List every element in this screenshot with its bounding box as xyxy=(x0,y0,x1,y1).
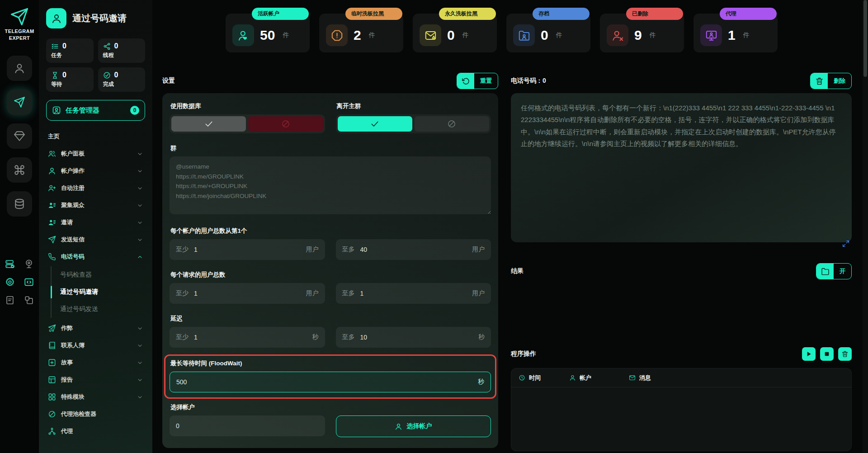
card-active-accounts: 活跃帐户 50件 xyxy=(226,14,310,52)
sidebar-item-account-actions[interactable]: 帐户操作 xyxy=(46,162,145,179)
sidebar-item-reports[interactable]: 报告 xyxy=(46,371,145,388)
delay-max-input[interactable]: 至多 秒 xyxy=(336,327,491,348)
phone-list-textarea[interactable] xyxy=(511,93,852,242)
per-account-max-field[interactable] xyxy=(360,246,468,253)
delay-max-field[interactable] xyxy=(360,334,474,341)
note-icon[interactable] xyxy=(5,295,15,305)
rail-sender-button[interactable] xyxy=(7,90,32,115)
sidebar-item-auto-register[interactable]: 自动注册 xyxy=(46,179,145,197)
ban-icon xyxy=(447,119,456,128)
clock-icon xyxy=(519,374,525,381)
result-label: 结果 xyxy=(511,267,524,275)
send-plus-icon xyxy=(48,324,56,332)
rail-premium-button[interactable] xyxy=(7,123,32,149)
app-root: TELEGRAMEXPERT 通过号码邀请 0 任务 xyxy=(0,0,868,453)
sidebar-subitem-invite-by-number[interactable]: 通过号码邀请 xyxy=(52,283,145,301)
sidebar-item-special-modules[interactable]: 特殊模块 xyxy=(46,388,145,406)
leave-group-no-option[interactable] xyxy=(415,116,489,132)
leave-group-yes-option[interactable] xyxy=(338,116,412,132)
phones-column: 电话号码：0 删除 结果 开 xyxy=(511,72,852,451)
chevron-down-icon xyxy=(137,236,143,243)
use-db-no-option[interactable] xyxy=(248,116,323,132)
column-time: 时间 xyxy=(519,374,569,382)
sidebar-item-stories[interactable]: 故事 xyxy=(46,354,145,371)
sidebar-subitem-number-checker[interactable]: 号码检查器 xyxy=(52,266,145,283)
sidebar-item-home[interactable]: 主页 xyxy=(46,128,145,145)
chevron-down-icon xyxy=(137,325,143,332)
user-list-icon xyxy=(48,201,56,209)
card-temp-blacklist: 临时洗板拉黑 2件 xyxy=(319,14,403,52)
counter-waiting: 0 等待 xyxy=(46,67,94,92)
user-heart-icon xyxy=(232,24,254,46)
user-cam-icon[interactable] xyxy=(24,259,34,269)
delete-button[interactable]: 删除 xyxy=(810,73,852,89)
chevron-down-icon xyxy=(137,202,143,209)
group-links-textarea[interactable] xyxy=(170,156,491,214)
scrollbar-thumb[interactable] xyxy=(863,0,867,77)
expand-icon[interactable] xyxy=(842,240,850,248)
command-icon xyxy=(14,164,25,176)
mail-alert-icon xyxy=(420,24,441,46)
layout-icon xyxy=(48,376,56,384)
per-account-label: 每个帐户的用户总数从第1个 xyxy=(170,227,490,235)
sidebar-item-phone-numbers[interactable]: 电话号码 xyxy=(46,248,145,265)
nodes-icon xyxy=(48,427,56,435)
sidebar-item-invite[interactable]: 邀请 xyxy=(46,214,145,231)
per-account-min-input[interactable]: 至少 用户 xyxy=(170,239,325,260)
card-proxy: 代理 1件 xyxy=(693,14,778,52)
per-request-max-field[interactable] xyxy=(360,290,468,297)
sidebar-subitem-send-by-number[interactable]: 通过号码发送 xyxy=(52,301,145,318)
per-account-max-input[interactable]: 至多 用户 xyxy=(336,239,491,260)
sidebar-item-boosting[interactable]: 作弊 xyxy=(46,320,145,337)
clear-log-button[interactable] xyxy=(838,347,852,361)
page-title: 通过号码邀请 xyxy=(72,12,127,24)
column-message: 消息 xyxy=(629,374,844,382)
user-list-icon xyxy=(48,218,56,226)
leave-group-label: 离开主群 xyxy=(337,102,491,110)
threads-icon xyxy=(103,42,111,50)
leave-group-toggle xyxy=(336,114,491,133)
use-db-yes-option[interactable] xyxy=(171,116,246,132)
telegram-plane-icon xyxy=(10,7,29,26)
restore-icon[interactable] xyxy=(24,295,34,305)
user-icon xyxy=(14,62,25,74)
sidebar-item-contact-book[interactable]: 联系人簿 xyxy=(46,337,145,354)
per-request-max-input[interactable]: 至多 用户 xyxy=(336,283,491,304)
select-account-button[interactable]: 选择帐户 xyxy=(336,415,491,437)
selected-count-input[interactable] xyxy=(170,415,325,436)
delay-min-input[interactable]: 至少 秒 xyxy=(170,327,325,348)
code-window-icon[interactable] xyxy=(24,277,34,287)
server-check-icon[interactable] xyxy=(5,259,15,269)
selected-count-field[interactable] xyxy=(176,422,319,429)
floodwait-field[interactable] xyxy=(176,378,473,386)
per-account-min-field[interactable] xyxy=(194,246,302,253)
open-file-button[interactable]: 开 xyxy=(816,263,852,279)
counter-tasks: 0 任务 xyxy=(46,38,94,63)
counters-grid: 0 任务 0 线程 0 等待 0 完成 xyxy=(46,38,145,92)
reset-button[interactable]: 重置 xyxy=(457,73,498,89)
per-request-min-input[interactable]: 至少 用户 xyxy=(170,283,325,304)
sidebar-item-proxy[interactable]: 代理 xyxy=(46,423,145,440)
floodwait-input[interactable]: 秒 xyxy=(170,372,491,392)
rail-accounts-button[interactable] xyxy=(7,56,32,81)
sidebar-item-proxy-pool-checker[interactable]: 代理池检查器 xyxy=(46,406,145,423)
start-button[interactable] xyxy=(802,347,816,361)
floodwait-label: 最长等待时间 (FloodWait) xyxy=(170,359,490,368)
stop-button[interactable] xyxy=(820,347,834,361)
per-request-min-field[interactable] xyxy=(194,290,302,297)
rail-tools-button[interactable] xyxy=(7,157,32,183)
phone-submenu: 号码检查器 通过号码邀请 通过号码发送 xyxy=(51,266,145,318)
mail-icon xyxy=(629,374,636,381)
rotate-ccw-icon xyxy=(457,73,474,89)
use-db-label: 使用数据库 xyxy=(170,102,324,110)
delay-min-field[interactable] xyxy=(194,334,308,341)
rail-database-button[interactable] xyxy=(7,191,32,217)
chevron-down-icon xyxy=(137,359,143,366)
sidebar-item-gather-audience[interactable]: 聚集观众 xyxy=(46,197,145,214)
sidebar-item-send-sms[interactable]: 发送短信 xyxy=(46,231,145,248)
gear-icon[interactable] xyxy=(5,277,15,287)
sidebar-item-account-panel[interactable]: 帐户面板 xyxy=(46,145,145,162)
page-scrollbar xyxy=(863,0,868,453)
task-manager-button[interactable]: 任务管理器 0 xyxy=(46,100,145,121)
main-content: 活跃帐户 50件 临时洗板拉黑 2件 永久洗板拉黑 0件 存档 0件 已删除 9… xyxy=(152,0,868,453)
